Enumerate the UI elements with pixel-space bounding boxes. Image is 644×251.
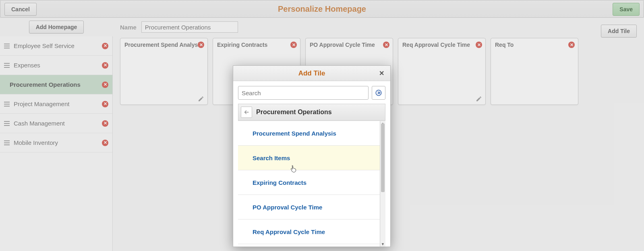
save-button[interactable]: Save bbox=[613, 3, 640, 16]
drag-handle-icon bbox=[4, 121, 10, 126]
delete-icon[interactable]: ✕ bbox=[102, 62, 108, 69]
tile-title: PO Approval Cycle Time bbox=[310, 42, 375, 48]
svg-rect-1 bbox=[4, 46, 10, 46]
list-item[interactable]: Procurement Spend Analysis bbox=[238, 121, 380, 146]
delete-icon[interactable]: ✕ bbox=[102, 43, 108, 49]
svg-rect-5 bbox=[4, 67, 10, 68]
edit-icon[interactable] bbox=[476, 96, 482, 102]
svg-rect-10 bbox=[4, 104, 10, 105]
svg-rect-15 bbox=[4, 140, 10, 141]
name-label: Name bbox=[120, 24, 137, 31]
tile-options-list: Procurement Spend Analysis Search Items … bbox=[238, 121, 380, 247]
arrow-left-icon bbox=[243, 109, 250, 115]
tile-title: Procurement Spend Analysis bbox=[124, 42, 203, 48]
svg-rect-3 bbox=[4, 63, 10, 64]
svg-rect-9 bbox=[4, 102, 10, 102]
back-button[interactable] bbox=[241, 107, 252, 118]
drag-handle-icon bbox=[4, 63, 10, 68]
scroll-down-icon[interactable]: ▼ bbox=[380, 242, 385, 247]
edit-icon[interactable] bbox=[198, 96, 204, 102]
add-homepage-button[interactable]: Add Homepage bbox=[29, 21, 84, 33]
homepage-name-input[interactable] bbox=[141, 21, 238, 33]
sidebar-item-label: Cash Management bbox=[14, 120, 65, 127]
delete-icon[interactable]: ✕ bbox=[383, 42, 389, 48]
page-title: Personalize Homepage bbox=[0, 4, 644, 14]
delete-icon[interactable]: ✕ bbox=[102, 101, 108, 107]
sidebar-item-active[interactable]: Procurement Operations ✕ bbox=[0, 75, 112, 94]
list-item[interactable]: Req Approval Cycle Time bbox=[238, 220, 380, 244]
svg-rect-0 bbox=[4, 44, 10, 44]
scrollbar[interactable]: ▲ ▼ bbox=[380, 121, 385, 247]
search-go-button[interactable] bbox=[372, 86, 385, 100]
sidebar-item[interactable]: Expenses ✕ bbox=[0, 56, 112, 75]
homepage-sidebar: Employee Self Service ✕ Expenses ✕ Procu… bbox=[0, 36, 113, 251]
sidebar-item[interactable]: Mobile Inventory ✕ bbox=[0, 133, 112, 153]
list-item[interactable]: PO Approval Cycle Time bbox=[238, 195, 380, 220]
add-tile-button[interactable]: Add Tile bbox=[601, 25, 637, 38]
delete-icon[interactable]: ✕ bbox=[102, 82, 108, 88]
svg-rect-4 bbox=[4, 65, 10, 66]
tile-title: Req Approval Cycle Time bbox=[402, 42, 470, 48]
tile[interactable]: Req Approval Cycle Time ✕ bbox=[398, 38, 486, 105]
sidebar-item-label: Employee Self Service bbox=[14, 42, 75, 49]
list-item[interactable]: Search Items bbox=[238, 146, 380, 170]
breadcrumb-label: Procurement Operations bbox=[256, 109, 332, 116]
svg-rect-13 bbox=[4, 123, 10, 124]
drag-handle-icon bbox=[4, 140, 10, 146]
list-item[interactable]: Expiring Contracts bbox=[238, 170, 380, 195]
sidebar-item-label: Project Management bbox=[14, 100, 69, 107]
sidebar-item-label: Expenses bbox=[14, 62, 40, 69]
sidebar-item[interactable]: Employee Self Service ✕ bbox=[0, 36, 112, 56]
modal-breadcrumb: Procurement Operations bbox=[238, 104, 385, 121]
delete-icon[interactable]: ✕ bbox=[102, 120, 108, 127]
svg-rect-16 bbox=[4, 142, 10, 143]
sidebar-item[interactable]: Project Management ✕ bbox=[0, 94, 112, 114]
delete-icon[interactable]: ✕ bbox=[476, 42, 482, 48]
tile-search-input[interactable] bbox=[238, 86, 369, 100]
delete-icon[interactable]: ✕ bbox=[568, 42, 575, 48]
svg-rect-11 bbox=[4, 106, 10, 107]
delete-icon[interactable]: ✕ bbox=[198, 42, 204, 48]
sidebar-item-label: Mobile Inventory bbox=[14, 139, 58, 146]
delete-icon[interactable]: ✕ bbox=[102, 140, 108, 146]
drag-handle-icon bbox=[4, 101, 10, 107]
delete-icon[interactable]: ✕ bbox=[290, 42, 297, 48]
title-bar: Cancel Personalize Homepage Save bbox=[0, 0, 644, 18]
modal-title: Add Tile bbox=[298, 69, 325, 77]
svg-rect-17 bbox=[4, 144, 10, 145]
modal-header: Add Tile ✕ bbox=[233, 66, 390, 81]
svg-rect-14 bbox=[4, 125, 10, 126]
tile[interactable]: Procurement Spend Analysis ✕ bbox=[120, 38, 208, 105]
svg-rect-2 bbox=[4, 48, 10, 48]
close-icon[interactable]: ✕ bbox=[379, 69, 386, 77]
svg-rect-12 bbox=[4, 121, 10, 122]
tile[interactable]: Req To ✕ bbox=[491, 38, 578, 105]
scrollbar-thumb[interactable] bbox=[381, 123, 385, 192]
sidebar-item[interactable]: Cash Management ✕ bbox=[0, 114, 112, 133]
tile-title: Req To bbox=[495, 42, 514, 48]
double-chevron-right-icon bbox=[375, 89, 382, 96]
sidebar-item-label: Procurement Operations bbox=[10, 81, 81, 88]
tile-title: Expiring Contracts bbox=[217, 42, 267, 48]
add-tile-modal: Add Tile ✕ Procurement Operations Procur… bbox=[233, 65, 391, 247]
cursor-pointer-icon bbox=[290, 165, 297, 174]
drag-handle-icon bbox=[4, 43, 10, 49]
toolbar-row: Add Homepage Name Add Tile bbox=[0, 18, 644, 36]
